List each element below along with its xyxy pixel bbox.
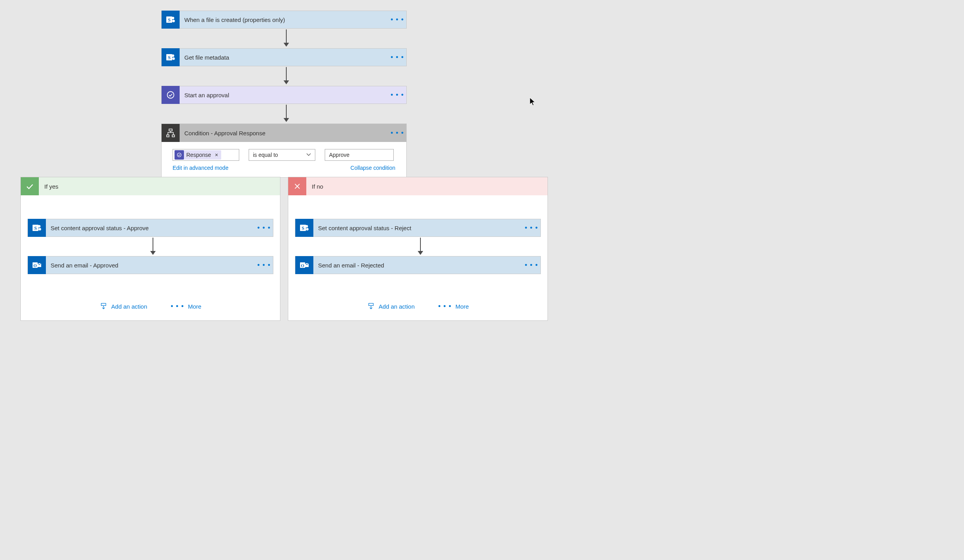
step-title: Send an email - Approved xyxy=(46,262,255,269)
edit-advanced-link[interactable]: Edit in advanced mode xyxy=(173,165,228,171)
svg-rect-20 xyxy=(101,304,106,306)
more-menu-button[interactable]: • • • xyxy=(388,48,406,66)
svg-point-15 xyxy=(38,225,41,228)
svg-point-12 xyxy=(177,153,181,157)
more-menu-button[interactable]: • • • xyxy=(388,11,406,29)
connector-arrow xyxy=(284,67,289,84)
ellipsis-icon: • • • xyxy=(525,224,538,231)
sharepoint-icon: S xyxy=(28,219,46,237)
condition-operator-select[interactable]: is equal to xyxy=(249,149,315,161)
sharepoint-icon: S xyxy=(162,11,180,29)
add-action-button[interactable]: Add an action xyxy=(367,302,415,310)
more-menu-button[interactable]: • • • xyxy=(522,219,540,237)
ellipsis-icon: • • • xyxy=(525,262,538,269)
step-start-approval[interactable]: Start an approval • • • xyxy=(161,86,407,104)
svg-point-16 xyxy=(38,228,41,231)
svg-text:S: S xyxy=(168,55,171,60)
token-remove[interactable]: × xyxy=(215,152,218,158)
branch-header-no[interactable]: If no xyxy=(288,177,547,195)
svg-point-8 xyxy=(167,92,174,98)
ellipsis-icon: • • • xyxy=(257,262,271,269)
ellipsis-icon: • • • xyxy=(438,303,451,310)
svg-point-6 xyxy=(172,55,175,57)
connector-arrow xyxy=(284,29,289,47)
value-text: Approve xyxy=(329,152,349,158)
branch-label: If no xyxy=(306,183,323,190)
step-title: When a file is created (properties only) xyxy=(180,16,388,23)
ellipsis-icon: • • • xyxy=(391,16,404,23)
sharepoint-icon: S xyxy=(162,48,180,66)
condition-block[interactable]: Condition - Approval Response • • • Resp… xyxy=(161,124,407,178)
outlook-icon: O xyxy=(295,256,313,274)
more-menu-button[interactable]: • • • xyxy=(255,256,273,274)
ellipsis-icon: • • • xyxy=(391,91,404,98)
step-set-approval-status-reject[interactable]: S Set content approval status - Reject •… xyxy=(295,219,541,237)
svg-text:S: S xyxy=(302,225,304,231)
svg-rect-9 xyxy=(169,129,172,131)
step-title: Get file metadata xyxy=(180,54,388,61)
more-menu-button[interactable]: • • • xyxy=(388,86,406,104)
condition-title: Condition - Approval Response xyxy=(180,130,388,136)
connector-arrow xyxy=(284,105,289,122)
condition-icon xyxy=(162,124,180,142)
more-menu-button[interactable]: • • • xyxy=(388,124,406,142)
svg-point-3 xyxy=(172,20,175,22)
branch-header-yes[interactable]: If yes xyxy=(21,177,280,195)
more-button[interactable]: • • • More xyxy=(171,303,201,310)
step-get-file-metadata[interactable]: S Get file metadata • • • xyxy=(161,48,407,66)
branch-if-no: If no S Set content approval status - Re… xyxy=(288,177,548,321)
svg-text:S: S xyxy=(34,225,37,231)
svg-point-2 xyxy=(172,17,175,20)
svg-text:S: S xyxy=(168,17,171,23)
condition-body: Response × is equal to Approve Edit in a… xyxy=(162,142,406,177)
svg-rect-10 xyxy=(167,135,169,137)
outlook-icon: O xyxy=(28,256,46,274)
step-title: Set content approval status - Approve xyxy=(46,225,255,231)
condition-header[interactable]: Condition - Approval Response • • • xyxy=(162,124,406,142)
condition-left-operand[interactable]: Response × xyxy=(173,149,239,161)
ellipsis-icon: • • • xyxy=(391,54,404,61)
more-menu-button[interactable]: • • • xyxy=(255,219,273,237)
branch-label: If yes xyxy=(39,183,58,190)
more-menu-button[interactable]: • • • xyxy=(522,256,540,274)
chevron-down-icon xyxy=(306,152,311,158)
add-action-icon xyxy=(100,302,107,310)
step-set-approval-status-approve[interactable]: S Set content approval status - Approve … xyxy=(27,219,273,237)
ellipsis-icon: • • • xyxy=(257,224,271,231)
connector-arrow xyxy=(150,238,156,255)
svg-point-7 xyxy=(172,57,175,60)
svg-text:O: O xyxy=(301,263,304,268)
approval-icon xyxy=(175,150,184,160)
token-pill[interactable]: Response × xyxy=(175,150,221,160)
step-send-email-approved[interactable]: O Send an email - Approved • • • xyxy=(27,256,273,274)
more-button[interactable]: • • • More xyxy=(438,303,469,310)
step-title: Set content approval status - Reject xyxy=(313,225,522,231)
add-action-icon xyxy=(367,302,375,310)
step-send-email-rejected[interactable]: O Send an email - Rejected • • • xyxy=(295,256,541,274)
step-title: Send an email - Rejected xyxy=(313,262,522,269)
close-icon xyxy=(288,177,306,195)
collapse-condition-link[interactable]: Collapse condition xyxy=(351,165,395,171)
svg-point-23 xyxy=(306,225,308,228)
step-title: Start an approval xyxy=(180,92,388,98)
svg-rect-11 xyxy=(172,135,175,137)
connector-arrow xyxy=(418,238,423,255)
sharepoint-icon: S xyxy=(295,219,313,237)
svg-point-24 xyxy=(306,228,309,231)
operator-label: is equal to xyxy=(253,152,278,158)
mouse-cursor xyxy=(529,97,537,108)
approval-icon xyxy=(162,86,180,104)
ellipsis-icon: • • • xyxy=(171,303,184,310)
check-icon xyxy=(21,177,39,195)
token-label: Response xyxy=(186,152,211,158)
add-action-button[interactable]: Add an action xyxy=(100,302,147,310)
branch-if-yes: If yes S Set content approval status - A… xyxy=(20,177,280,321)
condition-value-input[interactable]: Approve xyxy=(325,149,394,161)
ellipsis-icon: • • • xyxy=(391,129,404,136)
svg-rect-28 xyxy=(369,304,373,306)
svg-text:O: O xyxy=(33,263,37,268)
step-trigger[interactable]: S When a file is created (properties onl… xyxy=(161,11,407,29)
